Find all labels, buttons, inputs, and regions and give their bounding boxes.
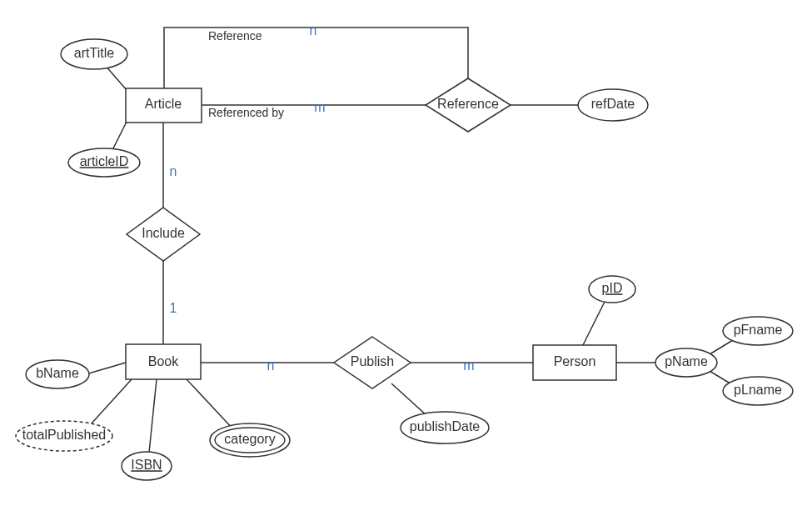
attr-isbn-label: ISBN [131,458,162,472]
attr-category-label: category [224,432,275,446]
card-article-reference-bottom: m [314,100,325,114]
attr-pname-label: pName [665,354,708,368]
attr-totalpublished-label: totalPublished [22,428,107,442]
edge-person-pid [583,300,605,345]
attr-arttitle-label: artTitle [74,46,114,60]
card-book-publish: n [267,358,275,373]
card-person-publish: m [463,358,474,373]
er-diagram: Article Book Person Reference Include Pu… [0,0,812,511]
edge-article-articleid [112,122,127,152]
rel-reference-label: Reference [437,97,499,111]
entity-book-label: Book [148,354,179,368]
rel-publish-label: Publish [351,354,394,368]
role-reference-bottom: Referenced by [208,106,284,119]
rel-include-label: Include [142,226,185,240]
edge-book-totalpublished [91,379,132,424]
edge-article-arttitle [105,65,127,90]
edge-book-category [187,379,236,432]
edge-book-bname [86,363,126,374]
card-article-reference-top: n [310,23,317,38]
attr-bname-label: bName [36,366,79,380]
entity-person-label: Person [554,354,596,368]
attr-refdate-label: refDate [591,97,635,111]
role-reference-top: Reference [208,29,262,43]
attr-publishdate-label: publishDate [410,419,481,433]
card-book-include: 1 [170,301,177,315]
edge-publish-publishdate [391,383,427,416]
card-article-include: n [170,164,177,178]
attr-articleid-label: articleID [80,154,129,168]
entity-article-label: Article [145,97,182,111]
attr-pfname-label: pFname [734,323,783,337]
edge-book-isbn [149,379,157,453]
attr-pid-label: pID [602,281,623,295]
attr-plname-label: pLname [734,383,782,397]
